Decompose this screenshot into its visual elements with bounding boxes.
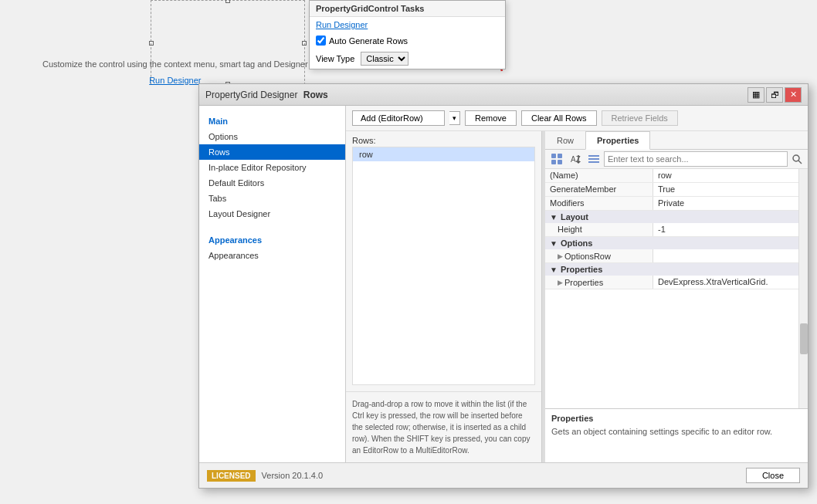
sidebar-item-rows[interactable]: Rows	[199, 144, 345, 160]
titlebar-buttons: ▦ 🗗 ✕	[748, 87, 802, 103]
list-item[interactable]: row	[353, 147, 534, 161]
prop-optionsrow-value[interactable]	[653, 249, 808, 262]
categorized-btn[interactable]	[548, 151, 565, 167]
properties-toolbar: AZ	[545, 150, 808, 169]
sidebar-appearances-section: Appearances	[199, 231, 345, 248]
svg-rect-4	[558, 154, 562, 158]
svg-line-13	[798, 161, 802, 164]
tab-properties[interactable]: Properties	[585, 131, 650, 150]
prop-height-value[interactable]: -1	[653, 223, 808, 236]
tab-bar: Row Properties	[545, 131, 808, 150]
categorized-icon	[551, 153, 563, 165]
search-input[interactable]	[604, 151, 788, 167]
restore-btn[interactable]: 🗗	[766, 87, 783, 103]
version-text: Version 20.1.4.0	[262, 471, 324, 480]
grid-view-btn[interactable]: ▦	[748, 87, 764, 103]
sidebar-item-layout-designer[interactable]: Layout Designer	[199, 206, 345, 222]
sidebar-item-tabs[interactable]: Tabs	[199, 191, 345, 206]
dialog-footer: LICENSED Version 20.1.4.0 Close	[199, 462, 808, 488]
properties-panel: Row Properties	[545, 131, 808, 462]
dialog-titlebar: PropertyGrid Designer Rows ▦ 🗗 ✕	[199, 84, 808, 106]
rows-label: Rows:	[346, 131, 541, 147]
svg-rect-11	[588, 161, 599, 163]
context-menu: PropertyGridControl Tasks Run Designer A…	[309, 0, 506, 69]
prop-generatemember-value[interactable]: True	[653, 183, 808, 196]
context-menu-auto-generate[interactable]: Auto Generate Rows	[310, 32, 505, 49]
context-menu-run-designer[interactable]: Run Designer	[310, 17, 505, 32]
search-icon	[792, 154, 802, 164]
prop-generatemember-label: GenerateMember	[545, 183, 653, 196]
prop-row-properties: ▶ Properties DevExpress.XtraVerticalGrid…	[545, 276, 808, 289]
licensed-badge: LICENSED	[207, 470, 256, 482]
clear-all-btn[interactable]: Clear All Rows	[521, 110, 597, 126]
scrollbar[interactable]	[798, 169, 808, 408]
add-dropdown-arrow[interactable]: ▾	[449, 111, 460, 125]
main-content: Rows: row Drag-and-drop a row to move it…	[346, 131, 808, 462]
dialog-title: PropertyGrid Designer Rows	[205, 90, 328, 100]
close-title-btn[interactable]: ✕	[785, 87, 802, 103]
svg-rect-3	[551, 154, 556, 158]
prop-height-label: Height	[545, 223, 653, 236]
sidebar: Main Options Rows In-place Editor Reposi…	[199, 106, 346, 462]
sidebar-item-inplace-editor[interactable]: In-place Editor Repository	[199, 160, 345, 175]
alphabetical-btn[interactable]: AZ	[567, 151, 584, 167]
prop-properties-label: ▶ Properties	[545, 276, 653, 289]
prop-properties-value[interactable]: DevExpress.XtraVerticalGrid.	[653, 276, 808, 289]
prop-desc-text: Gets an object containing settings speci…	[551, 426, 802, 438]
tab-row[interactable]: Row	[545, 131, 585, 150]
sidebar-item-default-editors[interactable]: Default Editors	[199, 175, 345, 191]
footer-left: LICENSED Version 20.1.4.0	[207, 470, 323, 482]
prop-modifiers-value[interactable]: Private	[653, 197, 808, 210]
prop-desc-title: Properties	[551, 414, 802, 423]
context-menu-view-type: View Type Classic	[310, 49, 505, 69]
prop-row-optionsrow: ▶ OptionsRow	[545, 249, 808, 263]
properties-grid: (Name) row GenerateMember True Modifiers…	[545, 169, 808, 408]
svg-point-12	[793, 155, 799, 161]
close-button[interactable]: Close	[746, 468, 800, 483]
props-view-icon	[588, 153, 600, 165]
context-menu-title: PropertyGridControl Tasks	[310, 1, 505, 17]
right-content: Add (EditorRow) ▾ Remove Clear All Rows …	[346, 106, 808, 462]
auto-generate-label[interactable]: Auto Generate Rows	[316, 36, 408, 46]
alphabetical-icon: AZ	[569, 153, 581, 165]
dialog-body: Main Options Rows In-place Editor Reposi…	[199, 106, 808, 462]
prop-row-modifiers: Modifiers Private	[545, 197, 808, 211]
svg-rect-6	[558, 160, 562, 164]
prop-name-label: (Name)	[545, 169, 653, 182]
svg-rect-10	[588, 158, 599, 160]
prop-name-value[interactable]: row	[653, 169, 808, 182]
prop-category-options: ▼ Options	[545, 237, 808, 249]
prop-category-properties: ▼ Properties	[545, 263, 808, 276]
designer-dialog: PropertyGrid Designer Rows ▦ 🗗 ✕ Main Op…	[198, 83, 809, 489]
hint-text: Customize the control using the context …	[42, 58, 308, 86]
remove-btn[interactable]: Remove	[465, 110, 517, 126]
prop-row-generatemember: GenerateMember True	[545, 183, 808, 197]
prop-description: Properties Gets an object containing set…	[545, 408, 808, 462]
toolbar-row: Add (EditorRow) ▾ Remove Clear All Rows …	[346, 106, 808, 131]
sidebar-item-appearances[interactable]: Appearances	[199, 248, 345, 263]
left-panel: Rows: row Drag-and-drop a row to move it…	[346, 131, 542, 462]
prop-optionsrow-label: ▶ OptionsRow	[545, 249, 653, 262]
rows-list[interactable]: row	[352, 147, 535, 385]
drag-hint: Drag-and-drop a row to move it within th…	[346, 391, 541, 462]
search-btn[interactable]	[789, 151, 805, 167]
auto-generate-checkbox[interactable]	[316, 36, 326, 46]
prop-category-layout: ▼ Layout	[545, 211, 808, 223]
view-type-select[interactable]: Classic	[361, 52, 408, 66]
prop-modifiers-label: Modifiers	[545, 197, 653, 210]
prop-row-height: Height -1	[545, 223, 808, 237]
props-view-btn[interactable]	[585, 151, 602, 167]
svg-rect-9	[588, 155, 599, 157]
svg-rect-5	[551, 160, 556, 164]
sidebar-item-options[interactable]: Options	[199, 129, 345, 144]
sidebar-main-section: Main	[199, 112, 345, 129]
scrollbar-thumb[interactable]	[800, 323, 808, 354]
retrieve-fields-btn[interactable]: Retrieve Fields	[602, 110, 678, 126]
prop-row-name: (Name) row	[545, 169, 808, 183]
run-designer-menu-link[interactable]: Run Designer	[316, 20, 368, 29]
add-editor-row-btn[interactable]: Add (EditorRow)	[352, 110, 445, 126]
